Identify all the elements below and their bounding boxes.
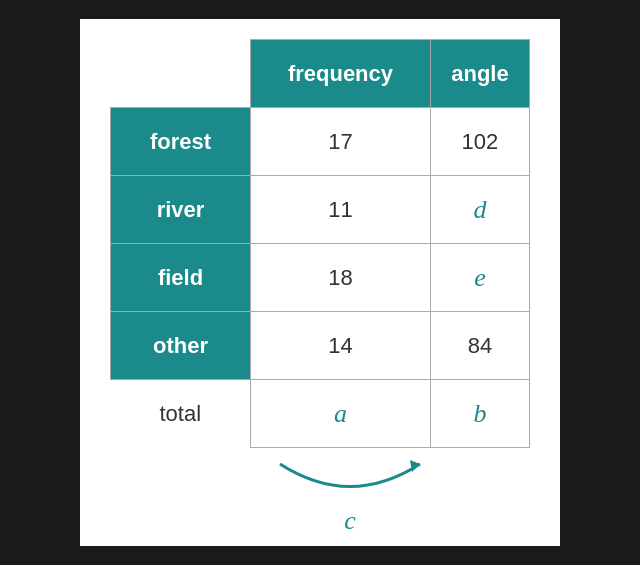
table-row: other1484 xyxy=(111,312,530,380)
frequency-header: frequency xyxy=(251,40,431,108)
total-row: totalab xyxy=(111,380,530,448)
total-angle: b xyxy=(430,380,529,448)
frequency-cell: 11 xyxy=(251,176,431,244)
frequency-cell: 14 xyxy=(251,312,431,380)
angle-cell: d xyxy=(430,176,529,244)
arrow-svg xyxy=(250,454,450,504)
total-label: total xyxy=(111,380,251,448)
row-label-river: river xyxy=(111,176,251,244)
row-label-field: field xyxy=(111,244,251,312)
arrow-label: c xyxy=(344,506,356,536)
row-label-forest: forest xyxy=(111,108,251,176)
frequency-cell: 17 xyxy=(251,108,431,176)
table-header-row: frequency angle xyxy=(111,40,530,108)
empty-header xyxy=(111,40,251,108)
angle-cell: 102 xyxy=(430,108,529,176)
data-table: frequency angle forest17102river11dfield… xyxy=(110,39,530,448)
table-row: forest17102 xyxy=(111,108,530,176)
arrow-area: c xyxy=(110,454,530,536)
angle-cell: 84 xyxy=(430,312,529,380)
table-row: field18e xyxy=(111,244,530,312)
total-frequency: a xyxy=(251,380,431,448)
row-label-other: other xyxy=(111,312,251,380)
angle-header: angle xyxy=(430,40,529,108)
table-row: river11d xyxy=(111,176,530,244)
frequency-cell: 18 xyxy=(251,244,431,312)
angle-cell: e xyxy=(430,244,529,312)
main-container: frequency angle forest17102river11dfield… xyxy=(80,19,560,546)
